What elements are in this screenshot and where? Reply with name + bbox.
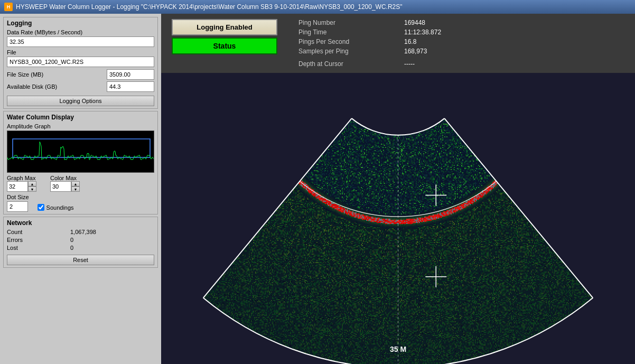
amplitude-graph bbox=[7, 130, 154, 173]
count-value: 1,067,398 bbox=[70, 229, 96, 235]
depth-at-cursor-value: ----- bbox=[404, 60, 489, 68]
file-label: File bbox=[7, 49, 154, 55]
errors-value: 0 bbox=[70, 237, 73, 243]
data-rate-input[interactable] bbox=[7, 36, 154, 47]
logging-group: Logging Data Rate (MBytes / Second) File… bbox=[3, 17, 158, 109]
left-panel: Logging Data Rate (MBytes / Second) File… bbox=[0, 14, 161, 364]
ping-number-label: Ping Number bbox=[298, 19, 404, 26]
graph-max-up[interactable]: ▲ bbox=[28, 181, 36, 186]
color-max-label: Color Max bbox=[50, 175, 87, 181]
main-layout: Logging Data Rate (MBytes / Second) File… bbox=[0, 14, 635, 364]
avail-disk-row: Available Disk (GB) bbox=[7, 81, 154, 92]
status-button[interactable]: Status bbox=[172, 38, 277, 54]
errors-row: Errors 0 bbox=[7, 237, 154, 243]
graph-max-spinbox: ▲ ▼ bbox=[7, 181, 44, 192]
logging-buttons-group: Logging Enabled Status bbox=[172, 19, 277, 68]
dot-size-label: Dot Size bbox=[7, 194, 29, 200]
graph-max-input[interactable] bbox=[7, 181, 28, 192]
color-max-spinbox: ▲ ▼ bbox=[50, 181, 87, 192]
reset-button[interactable]: Reset bbox=[7, 255, 154, 265]
color-max-up[interactable]: ▲ bbox=[71, 181, 80, 186]
pings-per-second-value: 16.8 bbox=[404, 38, 489, 45]
depth-label: 35 M bbox=[390, 345, 406, 353]
pings-per-second-label: Pings Per Second bbox=[298, 38, 404, 45]
ping-time-value: 11:12:38.872 bbox=[404, 29, 489, 36]
color-max-down[interactable]: ▼ bbox=[71, 186, 80, 192]
logging-options-button[interactable]: Logging Options bbox=[7, 96, 154, 106]
sonar-canvas bbox=[161, 73, 635, 364]
top-info-bar: Logging Enabled Status Ping Number 16944… bbox=[161, 14, 635, 73]
soundings-label: Soundings bbox=[46, 204, 74, 211]
graph-max-label: Graph Max bbox=[7, 175, 44, 181]
count-row: Count 1,067,398 bbox=[7, 229, 154, 235]
lost-row: Lost 0 bbox=[7, 245, 154, 251]
app-icon: H bbox=[4, 3, 13, 11]
soundings-checkbox[interactable] bbox=[38, 204, 44, 211]
file-input[interactable] bbox=[7, 57, 154, 67]
network-group: Network Count 1,067,398 Errors 0 Lost 0 … bbox=[3, 217, 158, 268]
avail-disk-label: Available Disk (GB) bbox=[7, 83, 104, 90]
logging-enabled-button[interactable]: Logging Enabled bbox=[172, 19, 277, 35]
graph-max-down[interactable]: ▼ bbox=[28, 186, 36, 192]
depth-at-cursor-label: Depth at Cursor bbox=[298, 60, 404, 68]
stats-panel: Ping Number 169448 Ping Time 11:12:38.87… bbox=[298, 19, 489, 68]
count-label: Count bbox=[7, 229, 70, 235]
file-size-input[interactable] bbox=[107, 69, 154, 80]
file-size-row: File Size (MB) bbox=[7, 69, 154, 80]
amplitude-canvas bbox=[7, 131, 154, 173]
ping-time-label: Ping Time bbox=[298, 29, 404, 36]
titlebar-title: HYSWEEP Water Column Logger - Logging "C… bbox=[16, 3, 403, 11]
wc-display-title: Water Column Display bbox=[7, 114, 154, 121]
water-column-group: Water Column Display Amplitude Graph Gra… bbox=[3, 111, 158, 214]
data-rate-label: Data Rate (MBytes / Second) bbox=[7, 29, 154, 35]
logging-title: Logging bbox=[7, 20, 154, 27]
titlebar: H HYSWEEP Water Column Logger - Logging … bbox=[0, 0, 635, 14]
ping-number-value: 169448 bbox=[404, 19, 489, 26]
right-panel: Logging Enabled Status Ping Number 16944… bbox=[161, 14, 635, 364]
lost-value: 0 bbox=[70, 245, 73, 251]
soundings-row: Soundings bbox=[38, 204, 74, 211]
samples-per-ping-value: 168,973 bbox=[404, 48, 489, 55]
file-size-label: File Size (MB) bbox=[7, 71, 104, 78]
lost-label: Lost bbox=[7, 245, 70, 251]
avail-disk-input[interactable] bbox=[107, 81, 154, 92]
dot-size-input[interactable] bbox=[7, 201, 28, 212]
sonar-display[interactable]: 35 M bbox=[161, 73, 635, 364]
color-max-input[interactable] bbox=[50, 181, 71, 192]
samples-per-ping-label: Samples per Ping bbox=[298, 48, 404, 55]
errors-label: Errors bbox=[7, 237, 70, 243]
network-title: Network bbox=[7, 219, 154, 227]
amplitude-graph-label: Amplitude Graph bbox=[7, 123, 154, 129]
